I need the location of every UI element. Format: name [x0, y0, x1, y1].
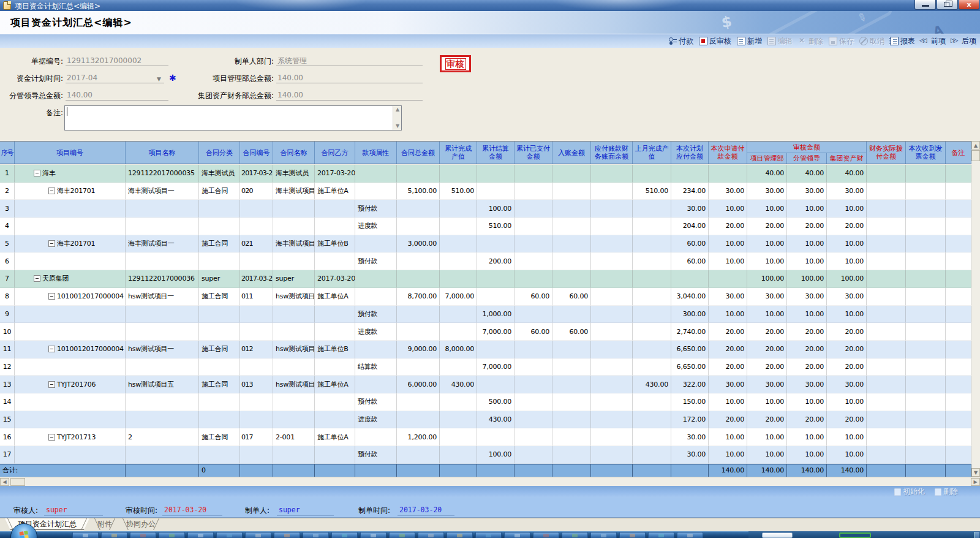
header-ap: 应付账款财务账面余额 — [591, 142, 633, 164]
header-cum_set: 累计结算金额 — [477, 142, 514, 164]
cell-party — [315, 200, 355, 218]
collapse-icon[interactable] — [48, 293, 55, 300]
collapse-icon[interactable] — [34, 170, 40, 176]
leader-total-value[interactable]: 140.00 — [66, 90, 168, 100]
cell-cum_out — [440, 446, 477, 464]
remark-textarea[interactable]: ▲ ▼ — [64, 105, 402, 131]
close-button[interactable]: x — [959, 0, 979, 10]
taskbar-app-button[interactable] — [216, 532, 243, 538]
cell-a2: 10.00 — [787, 200, 827, 218]
cell-plan: 60.00 — [671, 235, 709, 253]
table-row[interactable]: 17预付款100.0030.0010.0010.0010.0010.00 — [0, 446, 971, 464]
table-row[interactable]: 2海丰201701海丰测试项目一施工合同020海丰测试项目一施工单位A5,100… — [0, 183, 971, 200]
toolbar-button-2[interactable]: 反审核 — [699, 36, 731, 47]
taskbar-app-button[interactable] — [101, 532, 127, 538]
group-total-value[interactable]: 140.00 — [276, 90, 423, 100]
cell-last_out — [633, 411, 671, 429]
vertical-scrollbar[interactable]: ▲ ▼ — [971, 141, 980, 477]
table-row[interactable]: 16TYJT2017132施工合同0172-001施工单位A1,200.0030… — [0, 428, 971, 446]
taskbar-app-button[interactable] — [159, 532, 185, 538]
taskbar-app-button[interactable] — [677, 532, 703, 538]
cell-plan: 6,650.00 — [671, 358, 709, 376]
taskbar-app-button[interactable] — [504, 532, 530, 538]
toolbar-button-1[interactable]: 付款 — [668, 36, 693, 47]
toolbar-button-label: 新增 — [747, 36, 762, 47]
table-row[interactable]: 15进度款430.00172.0020.0020.0020.0020.00 — [0, 411, 971, 429]
header-last_out: 上月完成产值 — [633, 142, 671, 164]
taskbar-app-button[interactable] — [447, 532, 473, 538]
taskbar-app-button[interactable] — [130, 532, 156, 538]
scroll-right-icon[interactable]: ▶ — [971, 478, 980, 486]
scroll-down-icon[interactable]: ▼ — [971, 468, 980, 477]
taskbar-app-button[interactable] — [187, 532, 214, 538]
scroll-up-icon[interactable]: ▲ — [394, 106, 401, 113]
table-row[interactable]: 9预付款1,000.00300.0010.0010.0010.0010.00 — [0, 306, 971, 324]
app-icon — [140, 534, 146, 537]
cell-party — [315, 323, 355, 341]
taskbar-app-button[interactable] — [389, 532, 415, 538]
collapse-icon[interactable] — [48, 346, 55, 352]
taskbar-app-button[interactable] — [245, 532, 271, 538]
collapse-icon[interactable] — [48, 188, 55, 194]
chevron-down-icon[interactable]: ▼ — [155, 76, 163, 83]
total-cell-last_out — [633, 464, 671, 477]
cell-ap — [591, 358, 633, 376]
scroll-up-icon[interactable]: ▲ — [971, 141, 980, 150]
taskbar-app-button[interactable] — [72, 532, 99, 538]
taskbar-app-button[interactable] — [562, 532, 588, 538]
horizontal-scroll-thumb[interactable] — [10, 478, 25, 486]
toolbar-button-8[interactable]: 报表 — [890, 36, 915, 47]
collapse-icon[interactable] — [48, 240, 55, 247]
taskbar-app-button[interactable] — [274, 532, 300, 538]
toolbar-button-10[interactable]: 后项 — [951, 36, 976, 47]
taskbar-app-button[interactable] — [475, 532, 502, 538]
table-row[interactable]: 12结算款7,000.006,650.0020.0020.0020.0020.0… — [0, 358, 971, 376]
toolbar-button-9[interactable]: 前项 — [921, 36, 946, 47]
tray-language-box[interactable] — [762, 532, 793, 538]
tray-app-button[interactable] — [839, 532, 871, 538]
restore-button[interactable] — [937, 0, 958, 10]
cell-cls: 施工合同 — [199, 235, 240, 253]
app-icon — [687, 534, 693, 537]
remark-scrollbar[interactable]: ▲ ▼ — [393, 106, 401, 130]
taskbar-app-button[interactable] — [533, 532, 559, 538]
scroll-down-icon[interactable]: ▼ — [394, 123, 401, 130]
delete-attachment-button[interactable]: 删除 — [935, 487, 958, 497]
doc-no-value[interactable]: 1291132017000002 — [66, 56, 168, 66]
toolbar-button-3[interactable]: 新增 — [737, 36, 762, 47]
taskbar-app-button[interactable] — [590, 532, 617, 538]
table-row[interactable]: 14预付款500.00150.0010.0010.0010.0010.00 — [0, 393, 971, 411]
collapse-icon[interactable] — [48, 434, 55, 441]
table-row[interactable]: 7天原集团1291122017000036super2017-03-20supe… — [0, 270, 971, 288]
table-row[interactable]: 1海丰1291122017000035海丰测试员2017-03-20海丰测试员2… — [0, 165, 971, 183]
table-row[interactable]: 3预付款100.0030.0010.0010.0010.0010.00 — [0, 200, 971, 218]
footer-panel: 审核人:super审核时间:2017-03-20制单人:super制单时间:20… — [0, 498, 980, 518]
taskbar-app-button[interactable] — [360, 532, 386, 538]
maker-dept-value[interactable]: 系统管理 — [276, 56, 423, 66]
taskbar-app-button[interactable] — [619, 532, 646, 538]
table-row[interactable]: 111010012017000004hsw测试项目一施工合同012hsw测试项目… — [0, 341, 971, 358]
collapse-icon[interactable] — [48, 381, 55, 388]
vertical-scroll-thumb[interactable] — [971, 150, 980, 161]
cell-party — [315, 218, 355, 235]
table-row[interactable]: 6预付款200.0060.0010.0010.0010.0010.00 — [0, 252, 971, 270]
table-row[interactable]: 5海丰201701海丰测试项目一施工合同021海丰测试项目一施工单位B3,000… — [0, 235, 971, 253]
collapse-icon[interactable] — [34, 275, 40, 282]
cell-req: 10.00 — [709, 252, 747, 270]
dept-total-value[interactable]: 140.00 — [276, 73, 423, 83]
taskbar-app-button[interactable] — [303, 532, 329, 538]
table-row[interactable]: 10进度款7,000.0060.0060.002,740.0020.0020.0… — [0, 323, 971, 341]
scroll-left-icon[interactable]: ◀ — [0, 478, 9, 486]
plan-time-value[interactable]: 2017-04 — [66, 73, 164, 83]
show-desktop-button[interactable] — [974, 532, 979, 538]
taskbar-app-button[interactable] — [418, 532, 444, 538]
initialize-button[interactable]: 初始化 — [894, 487, 925, 497]
taskbar-app-button[interactable] — [331, 532, 358, 538]
horizontal-scrollbar[interactable]: ◀ ▶ — [0, 477, 980, 486]
cell-name — [126, 252, 199, 270]
table-row[interactable]: 4进度款510.00204.0020.0020.0020.0020.00 — [0, 218, 971, 235]
taskbar-app-button[interactable] — [648, 532, 674, 538]
table-row[interactable]: 13TYJT201706hsw测试项目五施工合同013hsw测试项目五施工单位A… — [0, 376, 971, 393]
minimize-button[interactable] — [914, 0, 936, 10]
table-row[interactable]: 81010012017000004hsw测试项目一施工合同011hsw测试项目一… — [0, 288, 971, 306]
